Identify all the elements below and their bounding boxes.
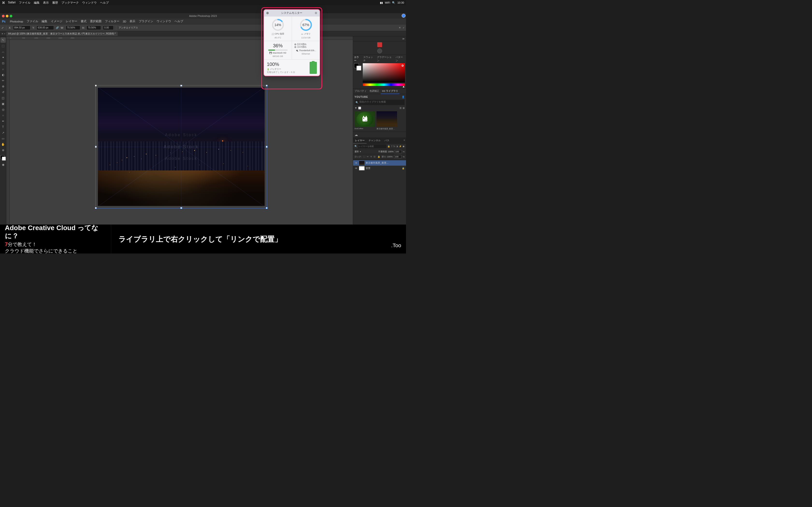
panel-toggle[interactable]: ≫ <box>402 38 405 40</box>
filter-icon[interactable]: ▼ <box>355 107 357 109</box>
fill-input[interactable] <box>394 155 401 158</box>
ps-cancel-btn[interactable]: ✓ <box>403 26 405 29</box>
background-swatch[interactable] <box>356 66 361 70</box>
lock-transparent-icon[interactable]: ⬚ <box>363 156 365 158</box>
ps-minimize-dot[interactable] <box>6 15 8 17</box>
h-input[interactable] <box>87 25 101 30</box>
ps-active-tab[interactable]: A4.psd @ 100% (東京都市風景_夜景 東京タワーと六本木周辺 虎ノ門… <box>6 32 118 36</box>
swatches-tab[interactable]: スウォッチ <box>363 56 375 62</box>
ps-menu-layer[interactable]: レイヤー <box>66 19 77 23</box>
pattern-tab[interactable]: パターン <box>396 56 405 62</box>
menu-history[interactable]: 履歴 <box>52 1 58 5</box>
tool-selection[interactable]: ⬚ <box>0 43 6 49</box>
ps-menu-select[interactable]: 選択範囲 <box>90 19 101 23</box>
layers-filter-toggle[interactable]: ◉ <box>403 145 405 148</box>
sm-gear-icon[interactable]: ⚙ <box>315 11 317 15</box>
angle-input[interactable] <box>103 25 114 30</box>
youtube-person-icon[interactable]: 👤 <box>402 96 405 98</box>
grid-view-icon[interactable]: ⊞ <box>403 107 405 109</box>
tool-shape[interactable]: ▭ <box>0 136 6 141</box>
tool-dodge[interactable]: ○ <box>0 113 6 118</box>
menu-edit[interactable]: 編集 <box>34 1 40 5</box>
tool-brush[interactable]: ✏ <box>0 78 6 83</box>
adjust-tab[interactable]: 色調補正 <box>368 89 380 94</box>
color-gradient-area[interactable] <box>363 63 405 82</box>
tool-type[interactable]: T <box>0 124 6 130</box>
layers-filter-effect[interactable]: fx <box>394 145 395 148</box>
blend-mode-dropdown[interactable]: ▾ <box>360 151 361 153</box>
ps-menu-file[interactable]: ファイル <box>27 19 38 23</box>
color-tab[interactable]: カラー <box>354 56 361 62</box>
tool-lasso[interactable]: ⌓ <box>0 49 6 54</box>
tool-pen[interactable]: ✒ <box>0 119 6 124</box>
layers-tab[interactable]: レイヤー <box>353 138 367 144</box>
fg-bg-swatches[interactable] <box>354 63 361 70</box>
layer-visibility-eye-1[interactable]: 👁 <box>355 161 358 165</box>
tool-hand[interactable]: ✋ <box>0 142 6 147</box>
list-view-icon[interactable]: ☰ <box>400 107 402 109</box>
tool-eraser[interactable]: ◫ <box>0 95 6 101</box>
apple-logo[interactable]: ⌘ <box>2 1 5 5</box>
ps-menu-photoshop[interactable]: Photoshop <box>10 20 23 23</box>
layers-filter-kind[interactable]: 🔒 <box>388 145 390 148</box>
background-color[interactable] <box>2 157 6 161</box>
channels-tab[interactable]: チャンネル <box>367 138 383 144</box>
ps-menu-view[interactable]: 表示 <box>130 19 135 23</box>
tool-spot-heal[interactable]: ◐ <box>0 72 6 77</box>
layer-background[interactable]: 👁 背景 🔒 <box>353 166 406 171</box>
lock-artboard-icon[interactable]: ⊟ <box>373 156 375 158</box>
youtube-thumb-2[interactable]: 東京都市風景_夜景… <box>376 111 397 130</box>
menu-bookmarks[interactable]: ブックマーク <box>61 1 79 5</box>
layers-options-icon[interactable]: ≡ <box>403 138 406 144</box>
menu-safari[interactable]: Safari <box>8 1 15 5</box>
tool-quick-mask[interactable]: ◉ <box>0 162 6 167</box>
ps-close-dot[interactable] <box>2 15 5 17</box>
handle-bl[interactable] <box>95 207 97 209</box>
tool-magic-wand[interactable]: ✦ <box>0 55 6 60</box>
ps-menu-filter[interactable]: フィルター <box>105 19 119 23</box>
ps-menu-image[interactable]: イメージ <box>51 19 62 23</box>
layers-filter-mode[interactable]: ◑ <box>396 145 398 148</box>
youtube-search-input[interactable] <box>359 99 404 104</box>
layer-tokyo[interactable]: 👁 東京都市風景_夜景… <box>353 160 406 166</box>
cloud-icon[interactable] <box>377 49 382 53</box>
menu-view[interactable]: 表示 <box>43 1 49 5</box>
properties-tab[interactable]: プロパティ <box>353 89 368 94</box>
lock-all-icon[interactable]: 🔒 <box>377 156 380 158</box>
handle-bc[interactable] <box>181 207 182 209</box>
ps-menu-plugins[interactable]: プラグイン <box>139 19 153 23</box>
x-input[interactable] <box>13 25 31 30</box>
ps-maximize-dot[interactable] <box>10 15 12 17</box>
handle-br[interactable] <box>266 207 267 209</box>
handle-tc[interactable] <box>181 85 182 87</box>
layers-filter-attr[interactable]: ⚡ <box>399 145 402 148</box>
handle-ml[interactable] <box>95 146 97 148</box>
tool-history-brush[interactable]: ↺ <box>0 90 6 95</box>
tool-clone[interactable]: ⊕ <box>0 84 6 89</box>
menu-file[interactable]: ファイル <box>19 1 31 5</box>
handle-tr[interactable] <box>266 85 267 87</box>
fg-bg-color-box[interactable] <box>0 155 6 161</box>
tool-eyedropper[interactable]: ⌕ <box>0 66 6 72</box>
ps-menu-window[interactable]: ウィンドウ <box>157 19 171 23</box>
lock-image-icon[interactable]: ✏ <box>367 156 369 158</box>
hue-slider[interactable] <box>363 83 405 86</box>
tool-blur[interactable]: ◎ <box>0 107 6 112</box>
search-icon[interactable]: 🔍 <box>392 1 395 4</box>
handle-mr[interactable] <box>266 146 267 148</box>
ps-menu-edit[interactable]: 編集 <box>42 19 47 23</box>
w-input[interactable] <box>66 25 80 30</box>
youtube-thumb-1[interactable]: DotCoffee <box>355 111 375 130</box>
tool-move[interactable]: ↖ <box>0 38 6 43</box>
sm-dot-1[interactable] <box>266 12 269 14</box>
ps-commit-btn[interactable]: ✕ <box>399 26 401 29</box>
ps-menu-help[interactable]: ヘルプ <box>174 19 183 23</box>
handle-tl[interactable] <box>95 85 97 87</box>
ps-menu-type[interactable]: 書式 <box>81 19 87 23</box>
gradient-tab[interactable]: グラデーション <box>377 56 394 62</box>
tool-gradient[interactable]: ▣ <box>0 101 6 107</box>
layer-visibility-eye-2[interactable]: 👁 <box>355 167 358 170</box>
layers-search-input[interactable] <box>358 145 387 148</box>
cc-library-tab[interactable]: CC ライブラリ <box>380 89 400 94</box>
layers-search-icon[interactable]: 🔍 <box>355 145 357 148</box>
